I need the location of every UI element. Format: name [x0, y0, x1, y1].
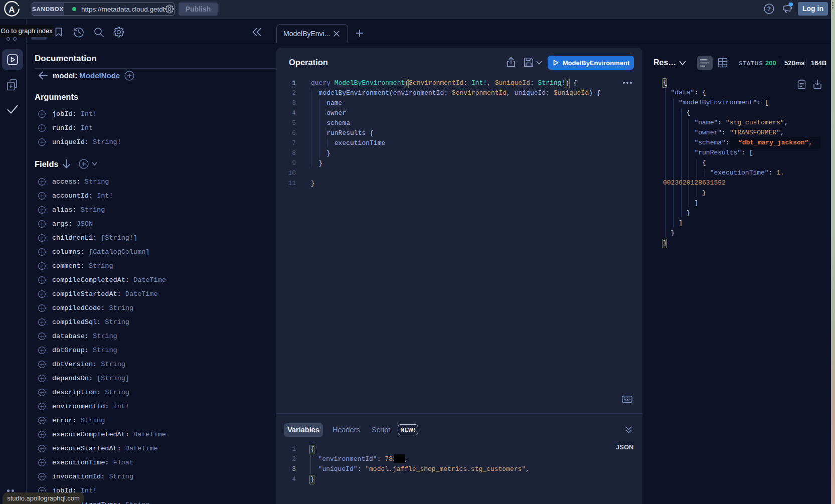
svg-text:?: ?	[767, 6, 771, 13]
svg-text:A: A	[9, 5, 15, 15]
